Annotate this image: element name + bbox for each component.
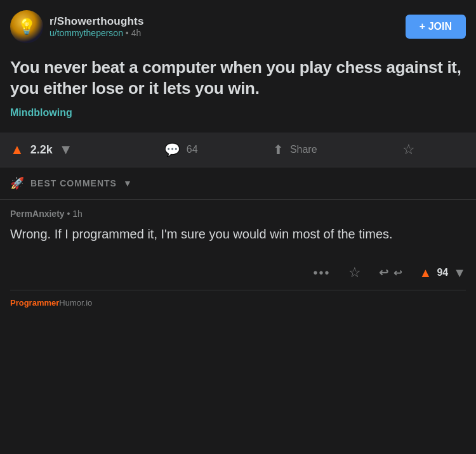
comment-section: PermAnxiety • 1h Wrong. If I programmed … [0, 200, 476, 258]
reply-icon: ↩ [379, 266, 388, 280]
post-flair[interactable]: Mindblowing [10, 107, 72, 119]
join-button[interactable]: + JOIN [406, 15, 466, 39]
comments-label: BEST COMMENTS [30, 178, 117, 188]
upvote-count: 2.2k [30, 143, 53, 157]
subreddit-name[interactable]: r/Showerthoughts [50, 15, 144, 28]
comment-body: Wrong. If I programmed it, I'm sure you … [10, 225, 466, 243]
comment-time-separator: • [67, 209, 72, 219]
share-icon: ⬆ [273, 142, 284, 157]
avatar-icon: 💡 [17, 18, 36, 36]
comment-username[interactable]: PermAnxiety [10, 209, 65, 219]
share-label: Share [290, 144, 317, 155]
post-content: You never beat a computer when you play … [0, 51, 476, 133]
comment-meta: PermAnxiety • 1h [10, 209, 466, 219]
comment-downvote-icon[interactable]: ▼ [453, 266, 466, 280]
comments-header: 🚀 BEST COMMENTS ▼ [0, 167, 476, 199]
comment-upvote-icon[interactable]: ▲ [420, 266, 432, 280]
time-separator: • [126, 28, 131, 38]
comment-vote-group: ▲ 94 ▼ [420, 266, 466, 280]
post-actions: ▲ 2.2k ▼ 💬 64 ⬆ Share ☆ [0, 133, 476, 167]
comment-score: 94 [437, 267, 448, 278]
post-time: 4h [131, 28, 142, 38]
post-title: You never beat a computer when you play … [10, 57, 466, 98]
watermark-text: ProgrammerHumor.io [10, 298, 92, 308]
user-time: u/tommytheperson • 4h [50, 28, 144, 38]
username[interactable]: u/tommytheperson [50, 28, 123, 38]
reply-label: ↩ [393, 267, 402, 279]
chevron-down-icon[interactable]: ▼ [123, 178, 132, 188]
post-header: 💡 r/Showerthoughts u/tommytheperson • 4h… [0, 0, 476, 51]
comment-actions: ••• ☆ ↩ ↩ ▲ 94 ▼ [0, 258, 476, 290]
downvote-icon[interactable]: ▼ [59, 141, 73, 158]
comment-group[interactable]: 💬 64 [124, 142, 239, 157]
watermark-prefix: Programmer [10, 298, 59, 308]
watermark-suffix: Humor.io [59, 298, 92, 308]
subreddit-info: 💡 r/Showerthoughts u/tommytheperson • 4h [10, 10, 144, 43]
more-options-icon[interactable]: ••• [314, 266, 331, 280]
watermark: ProgrammerHumor.io [0, 290, 476, 315]
comment-count: 64 [187, 144, 198, 155]
comment-time: 1h [72, 209, 83, 219]
upvote-icon[interactable]: ▲ [10, 141, 24, 158]
save-group[interactable]: ☆ [352, 141, 466, 158]
comment-icon: 💬 [164, 142, 180, 157]
avatar[interactable]: 💡 [10, 10, 43, 43]
vote-group: ▲ 2.2k ▼ [10, 141, 124, 158]
save-icon: ☆ [402, 141, 415, 158]
rocket-icon: 🚀 [10, 176, 24, 190]
comment-save-icon[interactable]: ☆ [348, 264, 361, 281]
share-group[interactable]: ⬆ Share [238, 142, 352, 157]
sub-text: r/Showerthoughts u/tommytheperson • 4h [50, 15, 144, 38]
reply-button[interactable]: ↩ ↩ [379, 266, 402, 280]
